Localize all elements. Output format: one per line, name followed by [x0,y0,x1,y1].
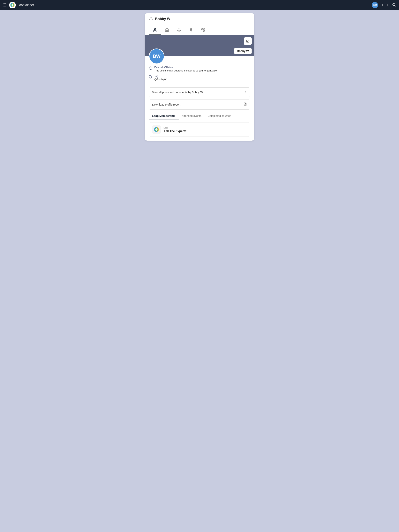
external-affiliation-row: External Affiliation This user's email a… [149,66,250,72]
sub-tab-completed-courses[interactable]: Completed courses [205,112,234,120]
cover-banner: Bobby W BW [145,35,254,56]
user-dropdown-arrow[interactable]: ▼ [381,4,383,6]
loop-item-label: Loop [163,127,187,129]
external-affiliation-content: External Affiliation This user's email a… [154,66,218,72]
user-avatar-button[interactable]: BW [372,2,378,8]
card-header-title: Bobby W [155,17,170,21]
app-title: LoopMinder [18,3,372,7]
svg-point-6 [203,29,204,30]
tab-home[interactable] [161,25,173,35]
external-affiliation-label: External Affiliation [154,66,218,69]
download-report-label: Download profile report [152,103,180,106]
avatar: BW [149,49,164,64]
attended-events-tab-label: Attended events [182,114,201,117]
sub-tab-bar: Loop Membership Attended events Complete… [145,112,254,120]
tab-settings[interactable] [197,25,209,35]
external-affiliation-value: This user's email address is external to… [154,69,218,72]
tag-value: @BobbyW [154,78,166,81]
add-button[interactable]: + [386,3,389,7]
download-report-button[interactable]: Download profile report [149,100,250,110]
edit-profile-button[interactable] [244,37,252,45]
sub-tab-loop-membership[interactable]: Loop Membership [149,112,179,120]
chevron-right-icon [244,90,247,94]
sub-tab-attended-events[interactable]: Attended events [179,112,205,120]
profile-header-icon [149,16,153,22]
app-logo [9,1,16,9]
loop-item[interactable]: Loop Ask The Experts! [149,122,250,137]
icon-tab-bar [145,25,254,35]
completed-courses-tab-label: Completed courses [208,114,231,117]
username-badge: Bobby W [234,48,252,54]
tab-profile[interactable] [149,25,161,35]
view-posts-button[interactable]: View all posts and comments by Bobby W [149,88,250,97]
tag-row: Tag @BobbyW [149,75,250,81]
svg-point-3 [150,17,152,18]
search-button[interactable] [392,3,396,8]
nav-right-controls: BW ▼ + [372,2,396,8]
card-header: Bobby W [145,13,254,25]
main-content: Bobby W [0,0,399,141]
loop-list: Loop Ask The Experts! [145,120,254,141]
svg-line-2 [395,5,396,6]
hamburger-menu-button[interactable]: ☰ [3,3,7,7]
tab-notifications[interactable] [173,25,185,35]
top-navigation: ☰ LoopMinder BW ▼ + [0,0,399,10]
profile-card: Bobby W [145,13,254,141]
loop-item-name: Ask The Experts! [163,129,187,133]
view-posts-label: View all posts and comments by Bobby W [152,91,203,94]
tab-feed[interactable] [185,25,197,35]
tag-content: Tag @BobbyW [154,75,166,81]
globe-icon [149,66,152,71]
svg-point-4 [154,28,155,30]
tag-icon [149,75,152,80]
svg-rect-11 [152,125,161,134]
loop-item-content: Loop Ask The Experts! [163,127,187,133]
svg-point-0 [9,2,16,8]
download-icon [243,102,247,107]
svg-point-5 [191,31,191,31]
tag-label: Tag [154,75,166,77]
loop-membership-tab-label: Loop Membership [152,114,175,117]
loop-item-icon [152,125,161,134]
